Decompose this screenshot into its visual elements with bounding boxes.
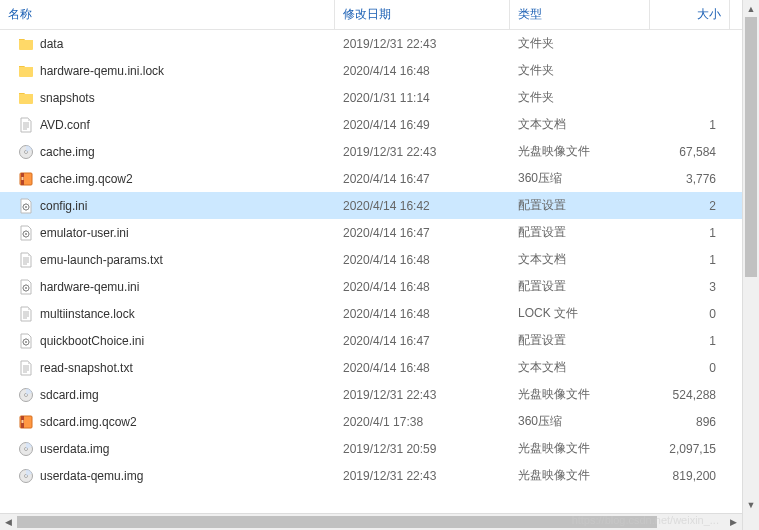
file-size-cell: 1 <box>650 253 730 267</box>
file-date-cell: 2020/4/14 16:47 <box>335 226 510 240</box>
disc-icon <box>18 144 34 160</box>
file-row[interactable]: userdata-qemu.img2019/12/31 22:43光盘映像文件8… <box>0 462 742 489</box>
file-name-cell: sdcard.img <box>0 387 335 403</box>
column-header-name[interactable]: 名称 <box>0 0 335 29</box>
file-row[interactable]: config.ini2020/4/14 16:42配置设置2 <box>0 192 742 219</box>
file-date-cell: 2020/4/14 16:48 <box>335 361 510 375</box>
svg-point-6 <box>25 206 27 208</box>
file-size-cell: 819,200 <box>650 469 730 483</box>
archive-icon <box>18 414 34 430</box>
file-row[interactable]: emu-launch-params.txt2020/4/14 16:48文本文档… <box>0 246 742 273</box>
file-row[interactable]: read-snapshot.txt2020/4/14 16:48文本文档0 <box>0 354 742 381</box>
file-type-cell: 光盘映像文件 <box>510 467 650 484</box>
file-name-cell: quickbootChoice.ini <box>0 333 335 349</box>
file-type-cell: 文本文档 <box>510 359 650 376</box>
file-name-label: sdcard.img.qcow2 <box>40 415 137 429</box>
file-row[interactable]: hardware-qemu.ini2020/4/14 16:48配置设置3 <box>0 273 742 300</box>
file-size-cell: 524,288 <box>650 388 730 402</box>
horizontal-scroll-thumb[interactable] <box>17 516 657 528</box>
file-row[interactable]: data2019/12/31 22:43文件夹 <box>0 30 742 57</box>
file-row[interactable]: hardware-qemu.ini.lock2020/4/14 16:48文件夹 <box>0 57 742 84</box>
file-date-cell: 2020/4/14 16:48 <box>335 280 510 294</box>
file-type-cell: 文件夹 <box>510 62 650 79</box>
svg-point-8 <box>25 233 27 235</box>
column-header-date[interactable]: 修改日期 <box>335 0 510 29</box>
file-size-cell: 0 <box>650 307 730 321</box>
file-row[interactable]: cache.img2019/12/31 22:43光盘映像文件67,584 <box>0 138 742 165</box>
ini-icon <box>18 333 34 349</box>
file-date-cell: 2020/4/14 16:48 <box>335 307 510 321</box>
file-name-cell: sdcard.img.qcow2 <box>0 414 335 430</box>
file-size-cell: 3,776 <box>650 172 730 186</box>
file-name-label: read-snapshot.txt <box>40 361 133 375</box>
file-size-cell: 3 <box>650 280 730 294</box>
scroll-left-arrow-icon[interactable]: ◀ <box>0 514 17 530</box>
file-name-label: data <box>40 37 63 51</box>
file-name-cell: hardware-qemu.ini.lock <box>0 63 335 79</box>
file-name-cell: userdata.img <box>0 441 335 457</box>
file-name-label: config.ini <box>40 199 87 213</box>
text-icon <box>18 306 34 322</box>
text-icon <box>18 117 34 133</box>
vertical-scroll-thumb[interactable] <box>745 17 757 277</box>
file-size-cell: 1 <box>650 118 730 132</box>
file-date-cell: 2020/4/1 17:38 <box>335 415 510 429</box>
file-size-cell: 2 <box>650 199 730 213</box>
file-name-label: userdata.img <box>40 442 109 456</box>
svg-point-12 <box>25 341 27 343</box>
file-size-cell: 1 <box>650 226 730 240</box>
file-row[interactable]: sdcard.img2019/12/31 22:43光盘映像文件524,288 <box>0 381 742 408</box>
file-name-cell: read-snapshot.txt <box>0 360 335 376</box>
scroll-down-arrow-icon[interactable]: ▼ <box>743 496 759 513</box>
file-row[interactable]: emulator-user.ini2020/4/14 16:47配置设置1 <box>0 219 742 246</box>
file-row[interactable]: quickbootChoice.ini2020/4/14 16:47配置设置1 <box>0 327 742 354</box>
file-date-cell: 2020/4/14 16:42 <box>335 199 510 213</box>
file-date-cell: 2020/4/14 16:47 <box>335 334 510 348</box>
horizontal-scrollbar[interactable]: ◀ ▶ <box>0 513 742 530</box>
file-row[interactable]: multiinstance.lock2020/4/14 16:48LOCK 文件… <box>0 300 742 327</box>
file-date-cell: 2020/4/14 16:48 <box>335 253 510 267</box>
file-name-cell: data <box>0 36 335 52</box>
svg-rect-17 <box>22 420 24 423</box>
file-date-cell: 2020/4/14 16:48 <box>335 64 510 78</box>
scroll-right-arrow-icon[interactable]: ▶ <box>725 514 742 530</box>
file-size-cell: 896 <box>650 415 730 429</box>
file-size-cell: 67,584 <box>650 145 730 159</box>
column-header-type[interactable]: 类型 <box>510 0 650 29</box>
archive-icon <box>18 171 34 187</box>
file-row[interactable]: AVD.conf2020/4/14 16:49文本文档1 <box>0 111 742 138</box>
file-type-cell: 文本文档 <box>510 251 650 268</box>
file-name-cell: emulator-user.ini <box>0 225 335 241</box>
file-type-cell: 光盘映像文件 <box>510 143 650 160</box>
file-name-label: emulator-user.ini <box>40 226 129 240</box>
file-type-cell: 配置设置 <box>510 224 650 241</box>
svg-rect-4 <box>22 177 24 180</box>
file-date-cell: 2020/4/14 16:49 <box>335 118 510 132</box>
file-row[interactable]: sdcard.img.qcow22020/4/1 17:38360压缩896 <box>0 408 742 435</box>
file-size-cell: 0 <box>650 361 730 375</box>
vertical-scrollbar[interactable]: ▲ ▼ <box>742 0 759 530</box>
svg-point-10 <box>25 287 27 289</box>
file-row[interactable]: userdata.img2019/12/31 20:59光盘映像文件2,097,… <box>0 435 742 462</box>
file-type-cell: 360压缩 <box>510 413 650 430</box>
file-type-cell: 360压缩 <box>510 170 650 187</box>
file-type-cell: 配置设置 <box>510 332 650 349</box>
column-header-size[interactable]: 大小 <box>650 0 730 29</box>
folder-icon <box>18 36 34 52</box>
file-name-label: userdata-qemu.img <box>40 469 143 483</box>
disc-icon <box>18 441 34 457</box>
file-type-cell: LOCK 文件 <box>510 305 650 322</box>
file-name-label: quickbootChoice.ini <box>40 334 144 348</box>
scroll-up-arrow-icon[interactable]: ▲ <box>743 0 759 17</box>
file-row[interactable]: snapshots2020/1/31 11:14文件夹 <box>0 84 742 111</box>
file-row[interactable]: cache.img.qcow22020/4/14 16:47360压缩3,776 <box>0 165 742 192</box>
file-type-cell: 光盘映像文件 <box>510 386 650 403</box>
file-type-cell: 文件夹 <box>510 35 650 52</box>
file-name-cell: AVD.conf <box>0 117 335 133</box>
ini-icon <box>18 198 34 214</box>
file-date-cell: 2020/1/31 11:14 <box>335 91 510 105</box>
file-name-label: cache.img <box>40 145 95 159</box>
file-date-cell: 2019/12/31 22:43 <box>335 469 510 483</box>
file-type-cell: 文本文档 <box>510 116 650 133</box>
file-name-cell: hardware-qemu.ini <box>0 279 335 295</box>
